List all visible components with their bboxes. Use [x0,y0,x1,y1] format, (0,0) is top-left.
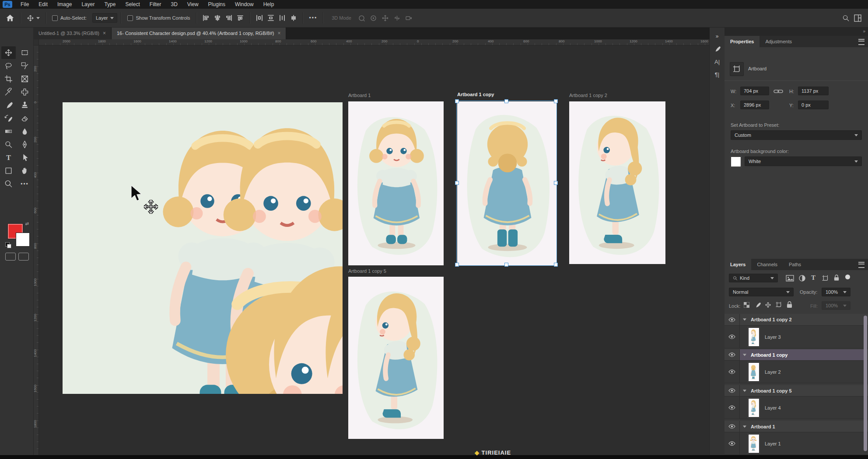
swap-colors-icon[interactable]: ⇄ [25,221,29,226]
artboard-1-copy[interactable] [457,101,556,265]
width-input[interactable]: 704 px [740,87,769,95]
layer-group-row[interactable]: Artboard 1 copy 5 [724,385,868,396]
tab-properties[interactable]: Properties [724,36,760,47]
menu-plugins[interactable]: Plugins [203,0,230,9]
visibility-toggle[interactable] [724,421,740,432]
tool-blur[interactable] [18,125,32,138]
visibility-toggle[interactable] [724,361,740,383]
artboard-label-1[interactable]: Artboard 1 [348,93,371,98]
tool-eraser[interactable] [18,112,32,125]
character-panel-icon[interactable]: A| [714,59,720,65]
tab-adjustments[interactable]: Adjustments [760,36,798,47]
layer-row[interactable]: Layer 4 [724,396,868,419]
menu-view[interactable]: View [182,0,203,9]
show-transform-controls-checkbox[interactable]: Show Transform Controls [125,11,192,24]
collapse-panels-icon[interactable]: » [863,29,864,34]
menu-image[interactable]: Image [52,0,77,9]
tool-rectangular-marquee[interactable] [18,46,32,59]
align-center-h-button[interactable] [212,11,223,24]
3d-slide-button[interactable] [391,11,403,24]
selection-handle[interactable] [455,181,459,185]
menu-type[interactable]: Type [99,0,120,9]
more-options-button[interactable]: ••• [307,11,320,24]
tab-layers[interactable]: Layers [724,259,751,270]
background-color-swatch[interactable] [731,156,741,167]
menu-file[interactable]: File [16,0,34,9]
distribute-v-button[interactable] [265,11,276,24]
layer-row[interactable]: Layer 2 [724,361,868,383]
artboard-label-1-copy[interactable]: Artboard 1 copy [457,92,494,97]
menu-select[interactable]: Select [120,0,144,9]
filter-shape-icon[interactable] [822,275,829,282]
tool-object-selection[interactable] [18,59,32,72]
height-input[interactable]: 1137 px [798,87,829,95]
align-top-button[interactable] [234,11,246,24]
selection-handle[interactable] [504,99,508,103]
tool-eyedropper[interactable] [1,86,16,98]
artboard-1-copy-2[interactable] [569,101,665,264]
tab-channels[interactable]: Channels [751,259,783,270]
blend-mode-dropdown[interactable]: Normal [729,288,794,296]
menu-edit[interactable]: Edit [34,0,52,9]
tool-hand[interactable] [18,164,32,177]
distribute-h-button[interactable] [254,11,265,24]
selection-handle[interactable] [554,181,558,185]
menu-3d[interactable]: 3D [166,0,182,9]
auto-select-mode-dropdown[interactable]: Layer [92,13,118,23]
move-tool-preset-button[interactable] [24,11,42,24]
y-input[interactable]: 0 px [798,101,829,109]
artboard-label-1-copy-5[interactable]: Artboard 1 copy 5 [348,268,386,274]
ruler-origin-corner[interactable] [33,39,39,45]
paragraph-panel-icon[interactable]: ¶| [715,71,719,78]
tool-pen[interactable] [18,138,32,151]
visibility-toggle[interactable] [724,396,740,419]
layer-thumbnail[interactable] [748,362,760,382]
visibility-toggle[interactable] [724,326,740,348]
preset-dropdown[interactable]: Custom [731,130,862,140]
distribute-center-button[interactable] [276,11,288,24]
lock-paint-icon[interactable] [754,302,761,308]
tool-dodge[interactable] [1,138,16,151]
ruler-vertical[interactable]: 2000200400600800100012001400160018002000 [33,45,39,459]
tool-brush[interactable] [1,99,16,111]
tool-history-brush[interactable] [1,112,16,125]
layers-scrollbar[interactable] [864,316,867,451]
default-colors-icon[interactable] [5,242,11,248]
artboard-label-1-copy-2[interactable]: Artboard 1 copy 2 [569,93,607,98]
selection-handle[interactable] [455,99,459,103]
selection-handle[interactable] [455,263,459,267]
3d-camera-button[interactable] [403,11,415,24]
x-input[interactable]: 2896 px [740,101,769,109]
auto-select-checkbox[interactable]: Auto-Select: [50,11,89,24]
layer-filter-dropdown[interactable]: Kind [729,274,778,282]
tool-type[interactable]: T [1,151,16,164]
layer-thumbnail[interactable] [748,434,760,453]
align-left-button[interactable] [200,11,212,24]
panel-menu-icon[interactable] [858,39,864,45]
tool-path-selection[interactable] [18,151,32,164]
artboard-1-copy-5[interactable] [348,277,444,439]
visibility-toggle[interactable] [724,432,740,455]
document-tab-character-design[interactable]: 16- Consistent Character design.psd @ 40… [112,27,287,39]
chevron-down-icon[interactable] [743,354,746,356]
layer-group-row[interactable]: Artboard 1 [724,421,868,432]
menu-layer[interactable]: Layer [77,0,99,9]
layer-row[interactable]: Layer 1 [724,432,868,455]
panel-menu-icon[interactable] [858,262,864,268]
selection-handle[interactable] [504,263,508,267]
background-color-swatch[interactable] [16,233,30,247]
screen-mode-button[interactable] [18,253,29,261]
close-icon[interactable]: × [103,30,106,36]
tool-gradient[interactable] [1,125,16,138]
quick-mask-button[interactable] [5,253,16,261]
document-tab-untitled[interactable]: Untitled-1 @ 33.3% (RGB/8) × [33,27,112,39]
layer-thumbnail[interactable] [748,398,760,417]
lock-all-icon[interactable] [787,301,792,308]
visibility-toggle[interactable] [724,314,740,325]
layer-group-row[interactable]: Artboard 1 copy 2 [724,314,868,326]
filter-lock-icon[interactable] [834,274,839,281]
tool-lasso[interactable] [1,59,16,72]
filter-smart-object-icon[interactable] [845,275,850,279]
visibility-toggle[interactable] [724,349,740,360]
chevron-down-icon[interactable] [743,389,746,392]
